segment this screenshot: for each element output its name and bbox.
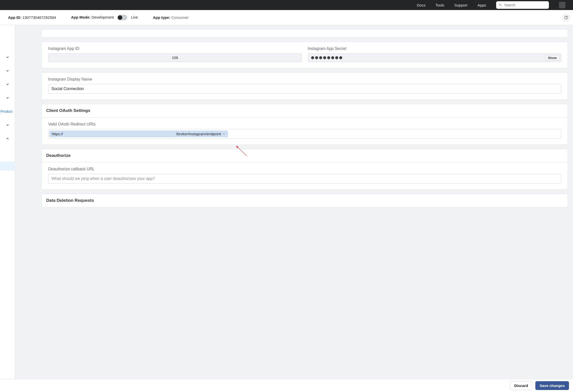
chevron-down-icon [7,124,9,125]
ig-display-name-input[interactable] [48,84,561,94]
svg-point-1 [566,18,566,19]
deauthorize-title: Deauthorize [42,149,568,162]
oauth-redirect-label: Valid OAuth Redirect URIs [48,122,561,126]
ig-display-name-label: Instagram Display Name [48,77,561,82]
deauthorize-card: Deauthorize Deauthorize callback URL [41,149,568,190]
oauth-redirect-token[interactable]: https:// /broker/instagram/endpoint [49,131,228,137]
ig-app-id-label: Instagram App ID [48,46,302,51]
sidebar-item-5[interactable] [6,123,10,127]
app-mode-value: Development [92,15,114,19]
help-icon [564,15,568,20]
close-icon[interactable] [222,132,225,135]
app-mode-toggle[interactable] [117,15,127,20]
app-mode-label: App Mode: [71,15,90,19]
avatar[interactable] [559,2,565,8]
data-deletion-card: Data Deletion Requests [41,194,568,207]
ig-app-id-value: 106 [48,53,302,62]
save-button[interactable]: Save changes [535,381,569,390]
nav-docs[interactable]: Docs [417,3,425,7]
deauth-callback-input[interactable] [48,174,561,183]
sidebar: d Product [0,25,15,392]
ig-display-name-card: Instagram Display Name [41,72,568,100]
data-deletion-title: Data Deletion Requests [42,194,568,207]
app-type-label: App type: [153,15,170,20]
sidebar-item-4[interactable] [6,96,10,100]
card-strip [41,29,568,38]
app-id-label: App ID: [8,15,21,20]
chevron-up-icon [7,138,9,139]
sidebar-item-2[interactable] [6,69,10,73]
search-icon [499,3,502,7]
deauth-callback-label: Deauthorize callback URL [48,167,561,171]
sidebar-active-item[interactable] [0,162,15,171]
secret-masked [311,56,342,59]
app-type-value: Consumer [171,15,189,20]
sidebar-item-6[interactable] [6,137,10,141]
add-product-link[interactable]: d Product [0,109,13,113]
search-box[interactable] [496,1,549,9]
token-suffix: /broker/instagram/endpoint [176,132,221,136]
top-nav: Docs Tools Support Apps [0,0,573,10]
app-info-bar: App ID: 1307730467292584 App Mode: Devel… [0,10,573,25]
sidebar-item-3[interactable] [6,82,10,86]
help-button[interactable] [562,14,570,21]
footer-bar: Discard Save changes [0,379,573,392]
ig-app-secret-field: Show [308,53,561,62]
main-panel: Instagram App ID 106 Instagram App Secre… [15,25,573,392]
chevron-down-icon [7,57,9,58]
nav-apps[interactable]: Apps [478,3,486,7]
ig-app-secret-label: Instagram App Secret [308,46,561,51]
discard-button[interactable]: Discard [510,381,532,390]
nav-support[interactable]: Support [454,3,468,7]
search-input[interactable] [504,3,546,7]
sidebar-item-1[interactable] [6,55,10,59]
chevron-down-icon [7,70,9,71]
show-secret-button[interactable]: Show [545,55,559,60]
client-oauth-card: Client OAuth Settings Valid OAuth Redire… [41,104,568,145]
token-prefix: https:// [52,132,63,136]
oauth-redirect-input[interactable]: https:// /broker/instagram/endpoint [48,129,561,139]
nav-tools[interactable]: Tools [435,3,444,7]
instagram-app-card: Instagram App ID 106 Instagram App Secre… [41,42,568,68]
client-oauth-title: Client OAuth Settings [42,104,568,117]
chevron-down-icon [7,97,9,98]
app-id-value: 1307730467292584 [23,15,56,20]
app-mode-live: Live [131,15,138,19]
chevron-down-icon [7,84,9,85]
